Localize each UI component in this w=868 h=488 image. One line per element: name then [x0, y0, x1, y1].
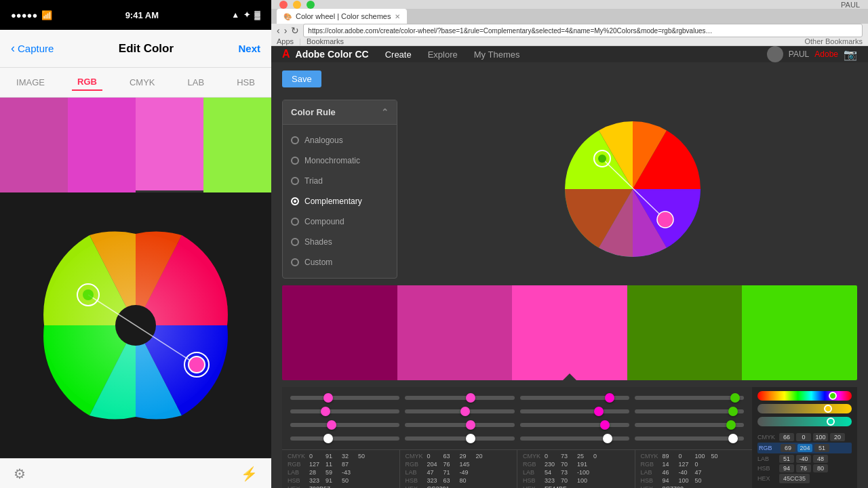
tab-image[interactable]: IMAGE — [11, 75, 50, 90]
data-col-4: CMYK 89010050 RGB 141270 LAB 46-4047 — [635, 450, 753, 488]
color-tool-icon[interactable]: ⚙ — [14, 466, 26, 482]
ios-swatch-1[interactable] — [0, 98, 68, 192]
signal-dots: ●●●●● — [11, 10, 37, 20]
adobe-logo-icon: A — [282, 48, 290, 60]
data-col-2: CMYK 0632920 RGB 20476145 LAB 4771-49 — [400, 450, 518, 488]
user-avatar — [767, 46, 783, 62]
radio-complementary — [291, 197, 299, 205]
browser-tab-active[interactable]: 🎨 Color wheel | Color schemes ✕ — [277, 9, 407, 24]
data-col-1: CMYK 0913250 RGB 1271187 LAB 2859-43 — [282, 450, 400, 488]
apps-bookmark[interactable]: Apps — [277, 37, 294, 45]
browser-user-label: PAUL — [841, 1, 860, 9]
radio-custom — [291, 258, 299, 266]
close-window-button[interactable] — [279, 1, 288, 9]
slider-row-1[interactable] — [288, 391, 747, 405]
tab-hsb[interactable]: HSB — [231, 75, 260, 90]
save-button[interactable]: Save — [282, 70, 321, 87]
swatch-col-4[interactable] — [627, 285, 743, 380]
reload-button[interactable]: ↻ — [291, 25, 299, 36]
color-rule-title: Color Rule — [291, 107, 336, 117]
radio-shades — [291, 238, 299, 246]
radio-triad — [291, 177, 299, 185]
rule-analogous[interactable]: Analogous — [283, 130, 397, 150]
rule-custom[interactable]: Custom — [283, 252, 397, 272]
svg-point-12 — [657, 211, 673, 228]
data-col-3: CMYK 073250 RGB 23070191 LAB 5473-100 — [517, 450, 635, 488]
bookmarks-folder[interactable]: Bookmarks — [307, 37, 344, 45]
slider-row-4[interactable] — [288, 432, 747, 445]
nav-my-themes[interactable]: My Themes — [474, 49, 520, 60]
wifi-icon: 📶 — [41, 10, 52, 20]
adobe-color-wheel[interactable] — [565, 121, 701, 257]
nav-title: Edit Color — [119, 42, 174, 56]
swatch-col-3[interactable] — [512, 285, 627, 380]
svg-point-7 — [189, 357, 205, 373]
swatch-col-1[interactable] — [282, 285, 397, 380]
user-area: PAUL Adobe 📷 — [767, 46, 857, 62]
svg-point-11 — [598, 155, 606, 163]
sliders-icon[interactable]: ⚡ — [241, 466, 258, 482]
other-bookmarks[interactable]: Other Bookmarks — [804, 37, 863, 45]
nav-explore[interactable]: Explore — [428, 49, 458, 60]
swatch-col-2[interactable] — [397, 285, 513, 380]
back-button[interactable]: ‹ Capture — [11, 41, 54, 56]
ios-time: 9:41 AM — [125, 10, 159, 20]
camera-icon[interactable]: 📷 — [844, 48, 857, 61]
address-bar[interactable]: https://color.adobe.com/create/color-whe… — [303, 24, 863, 37]
username-label: PAUL — [789, 49, 809, 59]
tab-favicon: 🎨 — [283, 13, 292, 20]
color-rule-collapse-icon[interactable]: ⌃ — [381, 107, 389, 117]
rule-triad[interactable]: Triad — [283, 171, 397, 191]
svg-point-5 — [83, 289, 94, 300]
svg-point-8 — [565, 121, 701, 257]
back-label: Capture — [18, 43, 54, 54]
swatch-col-5[interactable] — [742, 285, 857, 380]
adobe-logo: A Adobe Color CC — [282, 48, 369, 60]
chevron-left-icon: ‹ — [11, 41, 15, 56]
radio-compound — [291, 218, 299, 226]
rule-complementary[interactable]: Complementary — [283, 191, 397, 211]
tab-rgb[interactable]: RGB — [72, 74, 102, 91]
slider-row-3[interactable] — [288, 418, 747, 432]
ios-status-right: ▲ ✦ ▓ — [231, 10, 260, 20]
tab-lab[interactable]: LAB — [182, 75, 210, 90]
ios-color-wheel[interactable] — [41, 230, 231, 420]
adobe-wordmark: Adobe — [814, 49, 838, 59]
ios-swatch-2[interactable] — [68, 98, 136, 192]
right-data-panel: CMYK 66 0 100 20 RGB 69 — [752, 387, 857, 488]
right-slider-area[interactable] — [752, 387, 857, 430]
back-nav-button[interactable]: ‹ — [277, 25, 280, 36]
maximize-window-button[interactable] — [307, 1, 315, 9]
ios-swatch-3[interactable] — [136, 98, 203, 192]
next-button[interactable]: Next — [238, 43, 260, 54]
minimize-window-button[interactable] — [293, 1, 301, 9]
forward-nav-button[interactable]: › — [284, 25, 288, 36]
color-rule-list: Analogous Monochromatic Triad Compl — [283, 125, 397, 278]
tab-cmyk[interactable]: CMYK — [124, 75, 161, 90]
bluetooth-icon: ✦ — [243, 10, 250, 20]
radio-monochromatic — [291, 157, 299, 165]
rule-compound[interactable]: Compound — [283, 211, 397, 232]
location-icon: ▲ — [231, 10, 239, 20]
nav-create[interactable]: Create — [385, 49, 412, 60]
rule-monochromatic[interactable]: Monochromatic — [283, 150, 397, 171]
tab-title: Color wheel | Color schemes — [296, 12, 391, 20]
address-text: https://color.adobe.com/create/color-whe… — [308, 27, 715, 35]
battery-icon: ▓ — [254, 10, 260, 20]
slider-row-2[interactable] — [288, 405, 747, 418]
right-data-values: CMYK 66 0 100 20 RGB 69 — [752, 430, 857, 488]
rule-shades[interactable]: Shades — [283, 232, 397, 252]
ios-swatch-4[interactable] — [203, 98, 271, 192]
app-name: Adobe Color CC — [296, 49, 369, 60]
ios-status-left: ●●●●● 📶 — [11, 10, 52, 20]
tab-close-button[interactable]: ✕ — [395, 13, 400, 20]
radio-analogous — [291, 136, 299, 144]
